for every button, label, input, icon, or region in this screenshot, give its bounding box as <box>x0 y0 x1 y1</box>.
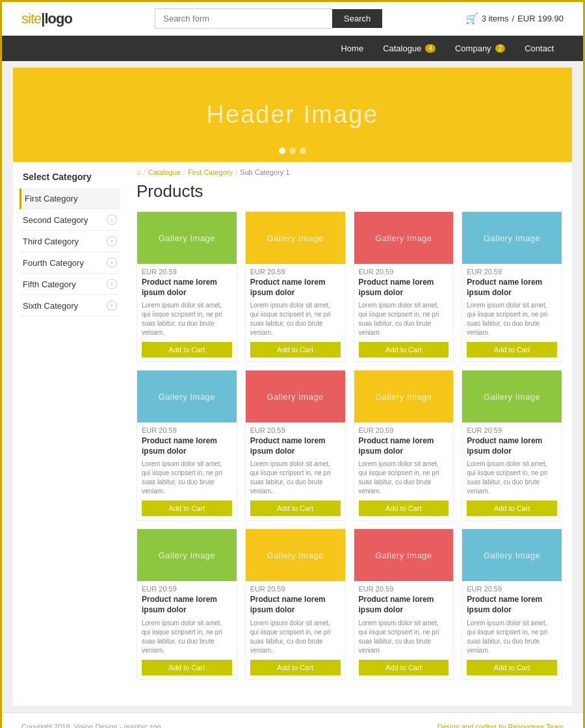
breadcrumb-sep-0: / <box>144 168 146 176</box>
breadcrumb: ⌂ / Catalogue / First Category / Sub Cat… <box>136 168 562 176</box>
cart-area[interactable]: 🛒 3 items / EUR 199.90 <box>465 12 564 25</box>
search-button[interactable]: Search <box>332 9 382 28</box>
sidebar-arrow-3: › <box>107 257 117 268</box>
add-to-cart-btn-8[interactable]: Add to Cart <box>142 660 232 675</box>
product-image-0[interactable]: Gallery Image <box>137 212 237 264</box>
product-name-9: Product name lorem ipsum dolor <box>250 595 341 615</box>
add-to-cart-btn-9[interactable]: Add to Cart <box>250 660 341 675</box>
product-info-9: EUR 20.59Product name lorem ipsum dolorL… <box>246 581 345 679</box>
search-area: Search <box>155 8 382 29</box>
product-image-3[interactable]: Gallery Image <box>462 212 562 264</box>
product-image-7[interactable]: Gallery Image <box>462 370 562 422</box>
product-info-10: EUR 20.59Product name lorem ipsum dolorL… <box>354 581 454 679</box>
nav-item-company[interactable]: Company2 <box>445 36 515 61</box>
footer: Copyright 2018, Vision Design - graphic … <box>2 712 583 728</box>
product-card-4: Gallery ImageEUR 20.59Product name lorem… <box>136 370 237 521</box>
sidebar-item-label-1: Second Category <box>23 215 88 225</box>
sidebar-item-4[interactable]: Fifth Category› <box>20 274 120 295</box>
logo-part2: logo <box>44 10 72 27</box>
add-to-cart-btn-5[interactable]: Add to Cart <box>250 500 341 516</box>
nav-item-home[interactable]: Home <box>331 36 373 61</box>
sidebar-item-3[interactable]: Fourth Category› <box>20 252 120 274</box>
breadcrumb-item-0[interactable]: Catalogue <box>148 168 181 176</box>
product-grid: Gallery ImageEUR 20.59Product name lorem… <box>136 211 562 680</box>
breadcrumb-item-1[interactable]: First Category <box>188 168 233 176</box>
sidebar-arrow-5: › <box>107 300 117 311</box>
breadcrumb-sep-1: / <box>183 168 185 176</box>
product-name-0: Product name lorem ipsum dolor <box>142 278 232 298</box>
slider-dot-1[interactable] <box>289 148 296 154</box>
main-wrapper: Header Image Select Category First Categ… <box>13 68 572 706</box>
product-desc-7: Lorem ipsum dolor sit amet, qui iisque s… <box>467 460 557 496</box>
add-to-cart-btn-0[interactable]: Add to Cart <box>142 342 232 358</box>
product-card-11: Gallery ImageEUR 20.59Product name lorem… <box>462 528 562 679</box>
add-to-cart-btn-1[interactable]: Add to Cart <box>250 342 341 358</box>
product-image-10[interactable]: Gallery Image <box>354 529 454 581</box>
product-card-7: Gallery ImageEUR 20.59Product name lorem… <box>462 370 562 521</box>
sidebar-item-5[interactable]: Sixth Category› <box>20 295 120 317</box>
add-to-cart-btn-2[interactable]: Add to Cart <box>359 342 449 358</box>
sidebar-arrow-1: › <box>107 214 117 225</box>
add-to-cart-btn-6[interactable]: Add to Cart <box>359 500 449 516</box>
content-area: Select Category First CategorySecond Cat… <box>13 162 572 686</box>
slider-dot-0[interactable] <box>279 148 285 154</box>
add-to-cart-btn-7[interactable]: Add to Cart <box>467 500 557 516</box>
header-slider: Header Image <box>13 68 572 162</box>
sidebar-item-1[interactable]: Second Category› <box>20 209 120 231</box>
slider-dot-2[interactable] <box>300 148 306 154</box>
product-name-10: Product name lorem ipsum dolor <box>359 595 449 615</box>
search-input[interactable] <box>155 8 332 29</box>
product-card-5: Gallery ImageEUR 20.59Product name lorem… <box>245 370 346 521</box>
add-to-cart-btn-11[interactable]: Add to Cart <box>467 660 557 675</box>
sidebar-item-label-2: Third Category <box>23 237 79 246</box>
product-card-10: Gallery ImageEUR 20.59Product name lorem… <box>354 528 454 679</box>
top-bar: site|logo Search 🛒 3 items / EUR 199.90 <box>2 2 583 36</box>
sidebar-arrow-4: › <box>107 279 117 289</box>
product-desc-1: Lorem ipsum dolor sit amet, qui iisque s… <box>250 301 341 337</box>
product-image-5[interactable]: Gallery Image <box>246 370 345 422</box>
add-to-cart-btn-10[interactable]: Add to Cart <box>359 660 449 675</box>
sidebar-item-2[interactable]: Third Category› <box>20 231 120 252</box>
product-image-9[interactable]: Gallery Image <box>246 529 345 581</box>
product-image-2[interactable]: Gallery Image <box>354 212 454 264</box>
product-name-6: Product name lorem ipsum dolor <box>359 436 449 456</box>
sidebar-item-label-5: Sixth Category <box>23 301 78 311</box>
product-price-10: EUR 20.59 <box>359 585 449 593</box>
cart-total: EUR 199.90 <box>517 14 564 23</box>
product-price-8: EUR 20.59 <box>142 585 232 593</box>
product-name-1: Product name lorem ipsum dolor <box>250 278 341 298</box>
product-image-1[interactable]: Gallery Image <box>246 212 345 264</box>
product-image-8[interactable]: Gallery Image <box>137 529 237 581</box>
breadcrumb-item-2[interactable]: Sub Category 1 <box>240 168 289 176</box>
sidebar-item-0[interactable]: First Category <box>20 188 120 209</box>
product-price-4: EUR 20.59 <box>142 426 232 434</box>
sidebar-item-label-3: Fourth Category <box>23 258 84 268</box>
product-price-11: EUR 20.59 <box>467 585 557 593</box>
product-info-6: EUR 20.59Product name lorem ipsum dolorL… <box>354 422 454 520</box>
add-to-cart-btn-3[interactable]: Add to Cart <box>467 342 557 358</box>
nav-item-catalogue[interactable]: Catalogue4 <box>373 36 445 61</box>
product-image-4[interactable]: Gallery Image <box>137 370 237 422</box>
sidebar: Select Category First CategorySecond Cat… <box>13 162 127 686</box>
product-price-2: EUR 20.59 <box>359 268 449 276</box>
product-name-8: Product name lorem ipsum dolor <box>142 595 232 615</box>
sidebar-item-label-4: Fifth Category <box>23 280 76 289</box>
nav-item-contact[interactable]: Contact <box>515 36 564 61</box>
product-desc-3: Lorem ipsum dolor sit amet, qui iisque s… <box>467 301 557 337</box>
product-name-5: Product name lorem ipsum dolor <box>250 436 341 456</box>
product-image-6[interactable]: Gallery Image <box>354 370 454 422</box>
products-title: Products <box>136 181 562 202</box>
product-image-11[interactable]: Gallery Image <box>462 529 562 581</box>
nav-badge-company: 2 <box>495 44 506 53</box>
product-desc-10: Lorem ipsum dolor sit amet, qui iisque s… <box>359 619 449 655</box>
product-desc-6: Lorem ipsum dolor sit amet, qui iisque s… <box>359 460 449 496</box>
add-to-cart-btn-4[interactable]: Add to Cart <box>142 500 232 516</box>
product-price-0: EUR 20.59 <box>142 268 232 276</box>
product-info-11: EUR 20.59Product name lorem ipsum dolorL… <box>462 581 562 679</box>
product-info-0: EUR 20.59Product name lorem ipsum dolorL… <box>137 264 237 361</box>
product-info-2: EUR 20.59Product name lorem ipsum dolorL… <box>354 264 454 361</box>
product-card-6: Gallery ImageEUR 20.59Product name lorem… <box>354 370 454 521</box>
breadcrumb-home[interactable]: ⌂ <box>136 168 141 176</box>
breadcrumb-sep-2: / <box>235 168 237 176</box>
product-price-7: EUR 20.59 <box>467 426 557 434</box>
